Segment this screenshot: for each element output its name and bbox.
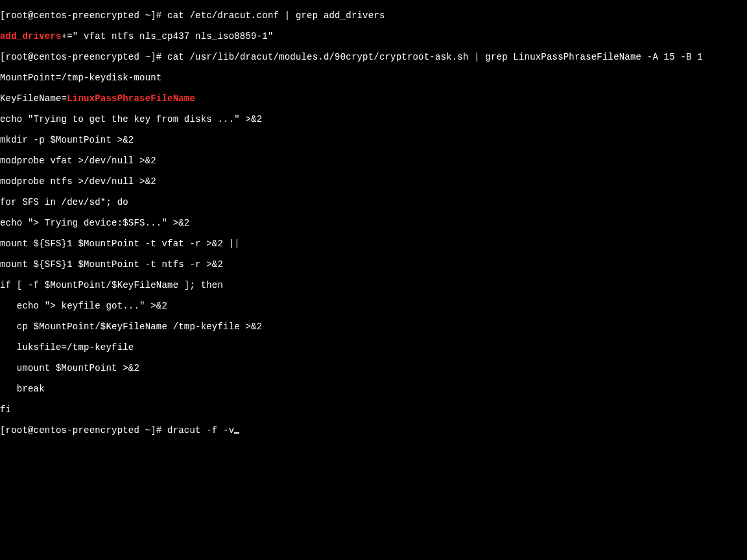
output-line: mkdir -p $MountPoint >&2 xyxy=(0,135,747,145)
prompt-user: root@centos-preencrypted xyxy=(6,425,139,436)
output-line: echo "> keyfile got..." >&2 xyxy=(0,301,747,311)
output-line: modprobe ntfs >/dev/null >&2 xyxy=(0,176,747,187)
command-3: dracut -f -v xyxy=(167,425,234,436)
prompt-cwd: ~]# xyxy=(139,52,167,62)
prompt-cwd: ~]# xyxy=(139,425,167,436)
command-1: cat /etc/dracut.conf | grep add_drivers xyxy=(167,10,385,21)
output-text: KeyFileName= xyxy=(0,93,67,104)
output-line: echo "> Trying device:$SFS..." >&2 xyxy=(0,218,747,228)
output-line: if [ -f $MountPoint/$KeyFileName ]; then xyxy=(0,280,747,290)
grep-highlight: add_drivers xyxy=(0,31,62,41)
command-2: cat /usr/lib/dracut/modules.d/90crypt/cr… xyxy=(167,52,703,62)
output-line: MountPoint=/tmp-keydisk-mount xyxy=(0,73,747,83)
output-line: luksfile=/tmp-keyfile xyxy=(0,342,747,353)
prompt-cwd: ~]# xyxy=(139,10,167,21)
cursor-icon xyxy=(234,432,239,434)
prompt-user: root@centos-preencrypted xyxy=(6,52,139,62)
prompt-line-3: [root@centos-preencrypted ~]# dracut -f … xyxy=(0,425,747,436)
prompt-line-2: [root@centos-preencrypted ~]# cat /usr/l… xyxy=(0,52,747,62)
prompt-open: [ xyxy=(0,425,6,436)
prompt-open: [ xyxy=(0,52,6,62)
output-line: umount $MountPoint >&2 xyxy=(0,363,747,373)
output-line: break xyxy=(0,384,747,394)
output-line: modprobe vfat >/dev/null >&2 xyxy=(0,156,747,166)
output-text: +=" vfat ntfs nls_cp437 nls_iso8859-1" xyxy=(62,31,274,41)
prompt-user: root@centos-preencrypted xyxy=(6,10,139,21)
prompt-open: [ xyxy=(0,10,6,21)
output-line: KeyFileName=LinuxPassPhraseFileName xyxy=(0,93,747,104)
terminal[interactable]: [root@centos-preencrypted ~]# cat /etc/d… xyxy=(0,0,747,560)
output-line: cp $MountPoint/$KeyFileName /tmp-keyfile… xyxy=(0,321,747,332)
output-line: mount ${SFS}1 $MountPoint -t vfat -r >&2… xyxy=(0,239,747,249)
prompt-line-1: [root@centos-preencrypted ~]# cat /etc/d… xyxy=(0,10,747,21)
grep-highlight: LinuxPassPhraseFileName xyxy=(67,93,195,104)
output-line: fi xyxy=(0,404,747,415)
output-line: for SFS in /dev/sd*; do xyxy=(0,197,747,207)
output-line: add_drivers+=" vfat ntfs nls_cp437 nls_i… xyxy=(0,31,747,41)
output-line: echo "Trying to get the key from disks .… xyxy=(0,114,747,124)
output-line: mount ${SFS}1 $MountPoint -t ntfs -r >&2 xyxy=(0,259,747,270)
